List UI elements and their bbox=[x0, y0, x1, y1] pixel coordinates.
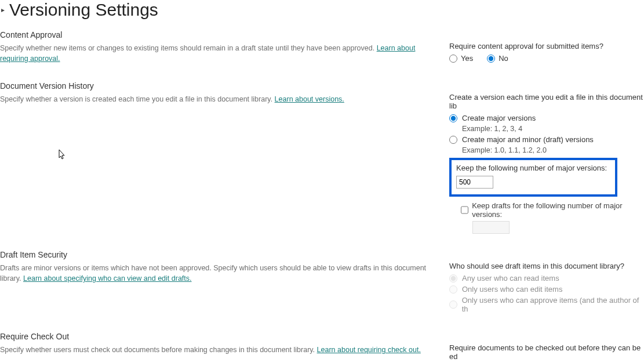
draft-opt3-label: Only users who can approve items (and th… bbox=[462, 296, 644, 313]
draft-opt3-radio bbox=[449, 301, 457, 309]
draft-security-heading: Draft Item Security bbox=[0, 250, 438, 259]
content-approval-question: Require content approval for submitted i… bbox=[449, 42, 644, 50]
require-checkout-desc: Specify whether users must check out doc… bbox=[0, 345, 438, 355]
page-title-row: ▸ Versioning Settings bbox=[0, 0, 644, 30]
version-minor-label: Create major and minor (draft) versions bbox=[462, 135, 594, 144]
draft-opt1-label: Any user who can read items bbox=[462, 274, 559, 283]
content-approval-no-label: No bbox=[499, 54, 508, 63]
section-require-checkout: Require Check Out Specify whether users … bbox=[0, 332, 644, 362]
version-history-heading: Document Version History bbox=[0, 81, 438, 91]
content-approval-no[interactable]: No bbox=[487, 54, 508, 63]
require-checkout-heading: Require Check Out bbox=[0, 332, 438, 341]
keep-drafts-input-disabled bbox=[472, 221, 510, 234]
version-major-example: Example: 1, 2, 3, 4 bbox=[462, 125, 644, 133]
draft-security-question: Who should see draft items in this docum… bbox=[449, 262, 644, 270]
version-major-label: Create major versions bbox=[462, 114, 536, 122]
version-history-desc: Specify whether a version is created eac… bbox=[0, 94, 438, 104]
learn-versions-link[interactable]: Learn about versions. bbox=[275, 95, 344, 103]
section-content-approval: Content Approval Specify whether new ite… bbox=[0, 30, 644, 81]
content-approval-desc: Specify whether new items or changes to … bbox=[0, 43, 438, 64]
draft-security-desc: Drafts are minor versions or items which… bbox=[0, 263, 438, 284]
content-approval-yes-radio[interactable] bbox=[449, 55, 457, 63]
content-approval-no-radio[interactable] bbox=[487, 55, 495, 63]
version-question: Create a version each time you edit a fi… bbox=[449, 93, 644, 110]
learn-drafts-link[interactable]: Learn about specifying who can view and … bbox=[23, 274, 191, 283]
learn-checkout-link[interactable]: Learn about requiring check out. bbox=[317, 346, 421, 354]
keep-major-input[interactable] bbox=[456, 176, 493, 189]
section-draft-security: Draft Item Security Drafts are minor ver… bbox=[0, 250, 644, 332]
draft-opt2-label: Only users who can edit items bbox=[462, 285, 562, 294]
keep-major-label: Keep the following number of major versi… bbox=[456, 164, 610, 172]
keep-drafts-row: Keep drafts for the following number of … bbox=[461, 201, 644, 219]
version-minor-radio[interactable] bbox=[449, 136, 457, 144]
keep-major-highlight: Keep the following number of major versi… bbox=[449, 158, 617, 197]
caret-icon: ▸ bbox=[1, 6, 5, 14]
require-checkout-desc-text: Specify whether users must check out doc… bbox=[0, 346, 317, 354]
require-checkout-question: Require documents to be checked out befo… bbox=[449, 343, 644, 361]
keep-drafts-checkbox[interactable] bbox=[461, 206, 468, 214]
content-approval-yes[interactable]: Yes bbox=[449, 54, 473, 63]
version-major-row: Create major versions bbox=[449, 114, 644, 122]
version-minor-example: Example: 1.0, 1.1, 1.2, 2.0 bbox=[462, 146, 644, 154]
draft-opt1-row: Any user who can read items bbox=[449, 274, 644, 283]
version-minor-row: Create major and minor (draft) versions bbox=[449, 135, 644, 144]
content-approval-heading: Content Approval bbox=[0, 30, 438, 39]
keep-drafts-label: Keep drafts for the following number of … bbox=[472, 201, 644, 219]
content-approval-yes-label: Yes bbox=[461, 54, 473, 63]
draft-opt2-row: Only users who can edit items bbox=[449, 285, 644, 294]
version-history-desc-text: Specify whether a version is created eac… bbox=[0, 95, 275, 103]
draft-opt1-radio bbox=[449, 274, 457, 283]
draft-opt2-radio bbox=[449, 285, 457, 294]
section-version-history: Document Version History Specify whether… bbox=[0, 81, 644, 250]
page-title: Versioning Settings bbox=[9, 0, 158, 20]
content-approval-radios: Yes No bbox=[449, 54, 644, 63]
version-major-radio[interactable] bbox=[449, 114, 457, 122]
content-approval-desc-text: Specify whether new items or changes to … bbox=[0, 44, 377, 52]
draft-opt3-row: Only users who can approve items (and th… bbox=[449, 296, 644, 313]
